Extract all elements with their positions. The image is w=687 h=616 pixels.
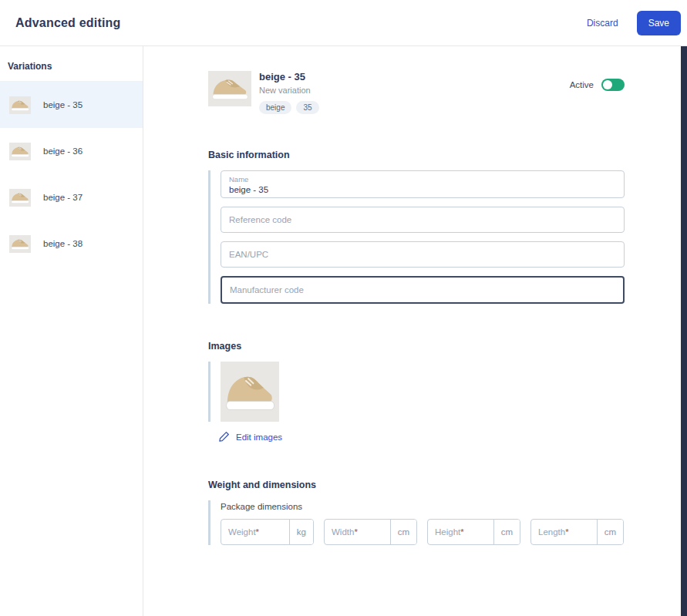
sidebar-item-beige-36[interactable]: beige - 36 [0, 128, 143, 174]
variation-thumbnail-icon [9, 96, 31, 114]
section-basic-information: Basic information Name [208, 150, 625, 304]
weight-dimensions-body: Package dimensions Weight* kg [208, 500, 625, 545]
variation-item-label: beige - 38 [43, 239, 83, 248]
variation-thumbnail-icon [9, 143, 31, 160]
unit-label-cm: cm [493, 520, 520, 544]
page-body: Variations beige - 35 beige - 36 beige -… [0, 46, 687, 616]
weight-field: Weight* kg [221, 519, 314, 545]
reference-code-field [221, 207, 625, 233]
weight-input[interactable] [221, 520, 289, 544]
basic-information-body: Name [208, 170, 625, 304]
height-input[interactable] [428, 520, 493, 544]
ean-upc-field [221, 241, 625, 268]
active-label: Active [570, 80, 594, 89]
attribute-chip: 35 [296, 101, 318, 114]
length-input[interactable] [531, 520, 597, 544]
header-actions: Discard Save [587, 11, 681, 35]
sidebar-title: Variations [0, 46, 143, 82]
variation-image [208, 71, 251, 106]
unit-label-kg: kg [289, 520, 313, 544]
name-input[interactable] [221, 184, 624, 194]
sidebar-item-beige-35[interactable]: beige - 35 [0, 82, 143, 128]
save-button[interactable]: Save [637, 11, 681, 35]
variation-thumbnail-icon [9, 189, 31, 207]
variation-meta: beige - 35 New variation beige 35 [259, 71, 319, 114]
name-field-label: Name [221, 175, 624, 183]
product-image[interactable] [221, 362, 279, 422]
attribute-chips: beige 35 [259, 101, 319, 114]
unit-label-cm: cm [597, 520, 623, 544]
edit-images-label: Edit images [236, 433, 282, 442]
variation-item-label: beige - 37 [43, 193, 83, 202]
section-title-weight-dimensions: Weight and dimensions [208, 480, 625, 490]
sidebar-item-beige-38[interactable]: beige - 38 [0, 220, 143, 267]
height-field: Height* cm [427, 519, 520, 545]
app-window: Advanced editing Discard Save Variations… [0, 0, 687, 616]
section-weight-dimensions: Weight and dimensions Package dimensions… [208, 480, 625, 545]
toggle-knob [603, 80, 612, 89]
variations-sidebar: Variations beige - 35 beige - 36 beige -… [0, 46, 143, 616]
section-title-basic-information: Basic information [208, 150, 625, 160]
main-content: beige - 35 New variation beige 35 Active [143, 46, 687, 616]
scrollbar[interactable] [681, 46, 687, 616]
sidebar-item-beige-37[interactable]: beige - 37 [0, 174, 143, 220]
ean-upc-input[interactable] [221, 250, 624, 259]
active-control: Active [570, 79, 625, 91]
variation-subtitle: New variation [259, 86, 319, 95]
section-title-images: Images [208, 341, 625, 352]
variation-item-label: beige - 36 [43, 146, 83, 156]
name-field: Name [221, 170, 625, 198]
package-dimensions-label: Package dimensions [221, 500, 625, 511]
attribute-chip: beige [259, 101, 291, 114]
variation-list: beige - 35 beige - 36 beige - 37 beige -… [0, 82, 143, 267]
manufacturer-code-input[interactable] [222, 285, 623, 295]
top-header: Advanced editing Discard Save [0, 0, 687, 46]
variation-thumbnail-icon [9, 235, 31, 253]
variation-item-label: beige - 35 [43, 100, 83, 109]
variation-title: beige - 35 [259, 71, 319, 82]
images-body [208, 362, 625, 422]
dimensions-row: Weight* kg Width* cm [221, 519, 625, 545]
pencil-icon [218, 431, 230, 443]
section-images: Images Edit images [208, 341, 625, 443]
page-title: Advanced editing [15, 16, 121, 30]
active-toggle[interactable] [601, 79, 625, 91]
width-input[interactable] [325, 520, 390, 544]
unit-label-cm: cm [390, 520, 416, 544]
discard-button[interactable]: Discard [587, 18, 618, 29]
width-field: Width* cm [324, 519, 417, 545]
reference-code-input[interactable] [221, 215, 624, 224]
manufacturer-code-field [221, 276, 625, 304]
variation-header: beige - 35 New variation beige 35 Active [208, 71, 625, 114]
length-field: Length* cm [530, 519, 624, 545]
edit-images-button[interactable]: Edit images [218, 431, 282, 443]
